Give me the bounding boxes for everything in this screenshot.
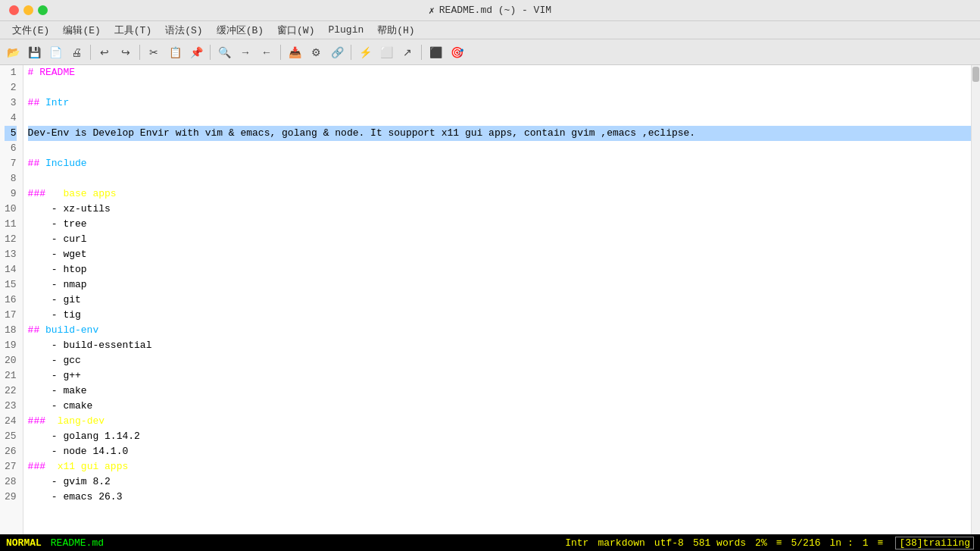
- line-number: 1: [5, 65, 17, 80]
- code-line: [28, 171, 971, 186]
- toolbar-back[interactable]: ←: [257, 42, 276, 62]
- code-line: ### base apps: [28, 186, 971, 202]
- menu-file[interactable]: 文件(E): [6, 22, 55, 39]
- toolbar-copy[interactable]: 📋: [165, 42, 185, 62]
- line-number: 25: [5, 429, 17, 444]
- status-mode: NORMAL: [6, 537, 42, 549]
- code-line: ## build-env: [28, 323, 971, 338]
- toolbar-open[interactable]: 📂: [3, 42, 23, 62]
- code-line: - make: [28, 384, 971, 399]
- toolbar-find[interactable]: 🔍: [214, 42, 234, 62]
- line-number: 8: [5, 171, 17, 186]
- toolbar-sep4: [280, 45, 281, 60]
- line-number: 22: [5, 384, 17, 399]
- status-right: Intr markdown utf-8 581 words 2% ≡ 5/216…: [565, 537, 974, 549]
- status-filename: README.md: [51, 537, 104, 549]
- editor-container: 1234567891011121314151617181920212223242…: [0, 65, 980, 534]
- menu-syntax[interactable]: 语法(S): [159, 22, 208, 39]
- menubar: 文件(E) 编辑(E) 工具(T) 语法(S) 缓冲区(B) 窗口(W) Plu…: [0, 21, 980, 39]
- code-line: - nmap: [28, 277, 971, 293]
- status-percent: 2%: [755, 537, 767, 549]
- toolbar-extra5[interactable]: 🎯: [447, 42, 467, 62]
- toolbar-cut[interactable]: ✂: [144, 42, 164, 62]
- code-line: ## Intr: [28, 95, 971, 111]
- menu-window[interactable]: 窗口(W): [271, 22, 320, 39]
- toolbar-extra3[interactable]: ↗: [398, 42, 417, 62]
- title-icon: ✗: [429, 5, 435, 17]
- toolbar-sep6: [421, 45, 422, 60]
- scrollbar[interactable]: [971, 65, 980, 534]
- code-line: ## Include: [28, 156, 971, 171]
- toolbar-extra2[interactable]: ⬜: [376, 42, 396, 62]
- code-line: Dev-Env is Develop Envir with vim & emac…: [28, 126, 971, 141]
- menu-help[interactable]: 帮助(H): [371, 22, 420, 39]
- toolbar-extra1[interactable]: ⚡: [355, 42, 375, 62]
- toolbar-fwd[interactable]: →: [236, 42, 255, 62]
- line-number: 9: [5, 186, 17, 202]
- line-number: 13: [5, 247, 17, 262]
- toolbar-extra4[interactable]: ⬛: [426, 42, 445, 62]
- code-line: - gcc: [28, 353, 971, 368]
- code-line: - tig: [28, 308, 971, 323]
- code-line: - build-essential: [28, 338, 971, 353]
- statusbar: NORMAL README.md Intr markdown utf-8 581…: [0, 534, 980, 551]
- line-number: 10: [5, 202, 17, 217]
- code-line: - emacs 26.3: [28, 490, 971, 505]
- status-ln-label: ln :: [830, 537, 854, 549]
- code-line: [28, 80, 971, 95]
- code-line: - curl: [28, 232, 971, 247]
- status-list-icon: ≡: [878, 537, 884, 549]
- scrollbar-thumb[interactable]: [972, 67, 979, 82]
- status-filetype: markdown: [598, 537, 644, 549]
- window-controls[interactable]: [9, 5, 48, 15]
- status-col: 1: [863, 537, 869, 549]
- code-line: - g++: [28, 368, 971, 384]
- toolbar-print[interactable]: 🖨: [67, 42, 86, 62]
- toolbar-sep3: [210, 45, 211, 60]
- status-trailing: [38]trailing: [895, 537, 974, 549]
- line-number: 21: [5, 368, 17, 384]
- code-line: - xz-utils: [28, 202, 971, 217]
- toolbar: 📂 💾 📄 🖨 ↩ ↪ ✂ 📋 📌 🔍 → ← 📥 ⚙ 🔗 ⚡ ⬜ ↗ ⬛ 🎯: [0, 39, 980, 65]
- line-number: 27: [5, 459, 17, 474]
- code-content[interactable]: # README## IntrDev-Env is Develop Envir …: [23, 65, 971, 534]
- line-number: 28: [5, 474, 17, 490]
- code-line: [28, 111, 971, 126]
- toolbar-load[interactable]: 📥: [285, 42, 304, 62]
- code-line: # README: [28, 65, 971, 80]
- code-line: - wget: [28, 247, 971, 262]
- line-number: 24: [5, 414, 17, 429]
- menu-tools[interactable]: 工具(T): [108, 22, 158, 39]
- window-title: ✗ README.md (~) - VIM: [429, 5, 551, 17]
- toolbar-sep5: [351, 45, 351, 60]
- line-number: 5: [5, 126, 17, 141]
- toolbar-redo[interactable]: ↪: [116, 42, 136, 62]
- menu-edit[interactable]: 编辑(E): [57, 22, 106, 39]
- status-lineinfo: 5/216: [791, 537, 821, 549]
- toolbar-save2[interactable]: 📄: [45, 42, 65, 62]
- code-line: - htop: [28, 262, 971, 277]
- line-number: 15: [5, 277, 17, 293]
- line-number: 11: [5, 217, 17, 232]
- line-number: 23: [5, 399, 17, 414]
- line-number: 19: [5, 338, 17, 353]
- close-button[interactable]: [9, 5, 19, 15]
- status-section: Intr: [565, 537, 588, 549]
- line-number: 16: [5, 293, 17, 308]
- menu-plugin[interactable]: Plugin: [322, 23, 370, 37]
- maximize-button[interactable]: [38, 5, 48, 15]
- line-number: 18: [5, 323, 17, 338]
- toolbar-undo[interactable]: ↩: [95, 42, 114, 62]
- code-line: - node 14.1.0: [28, 444, 971, 459]
- toolbar-link[interactable]: 🔗: [327, 42, 347, 62]
- toolbar-save[interactable]: 💾: [24, 42, 44, 62]
- toolbar-macro[interactable]: ⚙: [306, 42, 326, 62]
- menu-buffers[interactable]: 缓冲区(B): [211, 22, 270, 39]
- toolbar-paste[interactable]: 📌: [186, 42, 206, 62]
- line-number: 12: [5, 232, 17, 247]
- minimize-button[interactable]: [23, 5, 33, 15]
- line-number: 26: [5, 444, 17, 459]
- toolbar-sep2: [139, 45, 140, 60]
- status-words: 581 words: [693, 537, 746, 549]
- status-encoding: utf-8: [654, 537, 684, 549]
